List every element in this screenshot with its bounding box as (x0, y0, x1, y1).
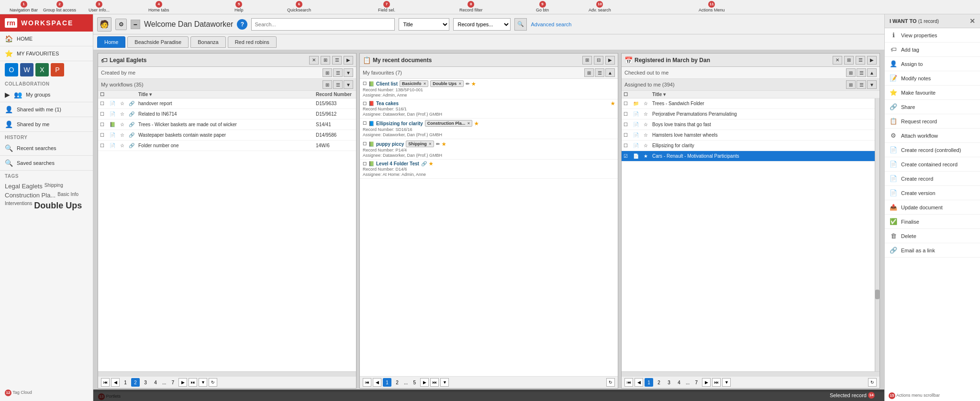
row-checkbox[interactable]: ☐ (363, 81, 367, 86)
table-row[interactable]: ☐ 📄 ☆ 🔗 Related to IN6714 D15/9612 (98, 109, 356, 119)
scrollbar-thumb[interactable] (875, 290, 880, 299)
action-delete[interactable]: 🗑 Delete (885, 229, 980, 243)
row-link[interactable]: 🔗 (129, 111, 138, 117)
actions-close-button[interactable]: ✕ (969, 17, 975, 25)
row-star[interactable]: ☆ (644, 122, 652, 127)
rd-page-prev[interactable]: ◀ (373, 378, 381, 387)
wf-grid-btn[interactable]: ⊞ (323, 80, 332, 89)
action-create-version[interactable]: 📄 Create version (885, 186, 980, 200)
excel-icon[interactable]: X (35, 63, 49, 76)
sidebar-my-groups[interactable]: ▶ 👥 My groups (0, 87, 93, 102)
subheader-collapse-btn[interactable]: ▼ (344, 68, 353, 77)
tag-construction[interactable]: Construction Pla... (5, 192, 56, 199)
row-checkbox[interactable]: ☐ (363, 141, 367, 146)
as-down-btn[interactable]: ▼ (867, 80, 877, 89)
co-list-btn[interactable]: ☰ (857, 68, 866, 77)
rm-horizontal-scrollbar[interactable] (622, 371, 880, 376)
row-title[interactable]: Cars - Renault - Motivational Participan… (652, 153, 878, 159)
tab-beachside[interactable]: Beachside Paradise (127, 36, 189, 48)
row-title[interactable]: Folder number one (138, 143, 316, 148)
rm-title-header[interactable]: Title ▾ (652, 92, 878, 97)
row-checkbox[interactable]: ☐ (363, 121, 367, 126)
row-check[interactable]: ☐ (100, 101, 110, 106)
page-7[interactable]: 7 (168, 378, 177, 387)
action-attach-workflow[interactable]: ⚙ Attach workflow (885, 129, 980, 143)
row-check[interactable]: ☐ (624, 111, 633, 117)
tag-remove-icon[interactable]: × (468, 121, 470, 126)
rd-grid-btn[interactable]: ⊞ (582, 56, 592, 65)
portlet-close-btn[interactable]: ✕ (309, 56, 319, 65)
rm-page-7[interactable]: 7 (692, 378, 701, 387)
rm-close-btn[interactable]: ✕ (833, 56, 842, 65)
page-4[interactable]: 4 (151, 378, 160, 387)
page-refresh[interactable]: ↻ (209, 378, 217, 387)
rm-page-next[interactable]: ▶ (702, 378, 711, 387)
edit-icon[interactable]: ✏ (436, 141, 440, 147)
word-icon[interactable]: W (20, 63, 33, 76)
row-check[interactable]: ☐ (624, 132, 633, 138)
rm-page-2[interactable]: 2 (655, 378, 663, 387)
record-type-filter[interactable]: Record types... Documents Folders (453, 18, 511, 31)
ppt-icon[interactable]: P (51, 63, 64, 76)
table-row[interactable]: ☐ 📁 ☆ Trees - Sandwich Folder (622, 98, 880, 109)
action-create-record[interactable]: 📄 Create record (885, 172, 980, 186)
row-check[interactable]: ☐ (624, 143, 633, 148)
page-next[interactable]: ▶ (178, 378, 187, 387)
rm-page-dropdown[interactable]: ▼ (722, 378, 731, 387)
rm-page-refresh[interactable]: ↻ (868, 378, 877, 387)
fav-grid-btn[interactable]: ⊞ (584, 68, 594, 77)
portlet-list-btn[interactable]: ☰ (332, 56, 342, 65)
row-star[interactable]: ☆ (644, 111, 652, 117)
row-link[interactable]: 🔗 (129, 122, 138, 127)
row-title[interactable]: Wastepaper baskets contain waste paper (138, 132, 316, 138)
rd-list-btn[interactable]: ⊟ (594, 56, 603, 65)
star-icon[interactable]: ★ (474, 121, 479, 126)
rd-page-1[interactable]: 1 (383, 378, 391, 387)
vertical-scrollbar[interactable] (875, 98, 880, 371)
share-icon[interactable]: 🔗 (421, 161, 427, 166)
tag-legal-eaglets[interactable]: Legal Eaglets (5, 183, 43, 190)
fav-up-btn[interactable]: ▲ (605, 68, 615, 77)
row-check[interactable]: ☐ (100, 132, 110, 138)
rd-expand-btn[interactable]: ▶ (605, 56, 615, 65)
rd-page-2[interactable]: 2 (393, 378, 401, 387)
row-title[interactable]: handover report (138, 101, 316, 106)
sidebar-recent-searches[interactable]: 🔍 Recent searches (0, 141, 93, 156)
horizontal-scrollbar[interactable] (98, 371, 356, 376)
sidebar-favourites[interactable]: ⭐ MY FAVOURITES (0, 46, 93, 61)
tab-red-robins[interactable]: Red red robins (228, 36, 277, 48)
star-icon[interactable]: ★ (429, 161, 433, 166)
minus-button[interactable]: – (131, 20, 140, 29)
row-check[interactable]: ☐ (100, 143, 110, 148)
tag-remove-icon[interactable]: × (459, 81, 461, 86)
action-share[interactable]: 🔗 Share (885, 100, 980, 114)
page-prev[interactable]: ◀ (111, 378, 120, 387)
doc-row[interactable]: ☐ 📗 Level 4 Folder Test 🔗 ★ Record Numbe… (360, 160, 618, 179)
rm-page-first[interactable]: ⏮ (624, 378, 633, 387)
user-avatar[interactable]: 🧑 (97, 17, 111, 32)
action-make-favourite[interactable]: ⭐ Make favourite (885, 86, 980, 100)
fav-list-btn[interactable]: ☰ (595, 68, 604, 77)
sidebar-home[interactable]: 🏠 HOME (0, 32, 93, 46)
title-col-header[interactable]: Title ▾ (138, 92, 316, 97)
field-selector[interactable]: Title All fields Record number (399, 18, 449, 31)
row-check[interactable]: ☐ (100, 122, 110, 127)
table-row[interactable]: ☐ 📄 ☆ 🔗 Folder number one 14W/6 (98, 141, 356, 151)
table-row[interactable]: ☐ 📄 ☆ 🔗 handover report D15/9633 (98, 98, 356, 109)
tab-bonanza[interactable]: Bonanza (190, 36, 225, 48)
row-star[interactable]: ☆ (120, 132, 129, 138)
row-star[interactable]: ☆ (120, 111, 129, 117)
table-row-selected[interactable]: ☑ 📄 ★ Cars - Renault - Motivational Part… (622, 151, 880, 162)
outlook-icon[interactable]: O (5, 63, 18, 76)
as-grid-btn[interactable]: ⊞ (846, 80, 856, 89)
action-create-contained[interactable]: 📄 Create contained record (885, 157, 980, 172)
row-star[interactable]: ☆ (644, 132, 652, 138)
doc-title[interactable]: Tea cakes (376, 101, 399, 106)
action-email-link[interactable]: 🔗 Email as a link (885, 243, 980, 258)
rd-page-5[interactable]: 5 (410, 378, 419, 387)
doc-title[interactable]: puppy piccy (376, 141, 404, 147)
sidebar-saved-searches[interactable]: 🔍 Saved searches (0, 156, 93, 171)
row-link[interactable]: 🔗 (129, 101, 138, 106)
tab-home[interactable]: Home (97, 36, 125, 48)
row-title[interactable]: Related to IN6714 (138, 111, 316, 117)
